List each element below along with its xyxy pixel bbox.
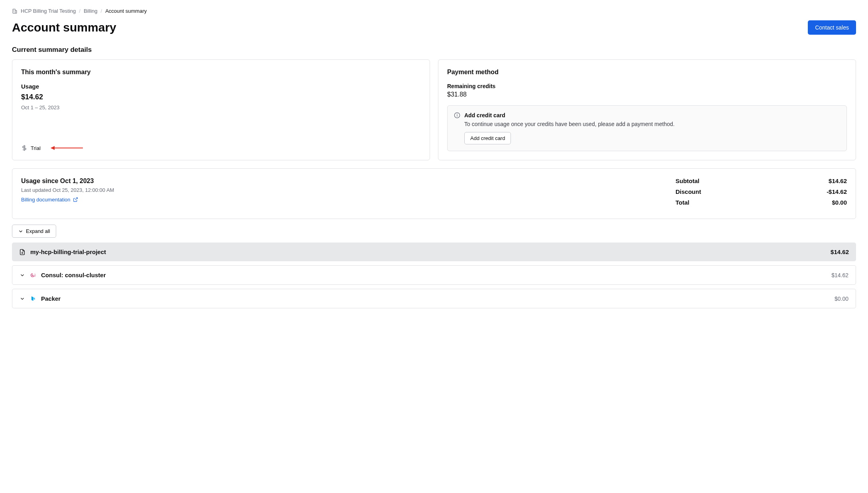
alert-title: Add credit card [464, 112, 505, 118]
payment-card-title: Payment method [447, 69, 847, 76]
service-amount: $14.62 [831, 272, 848, 278]
page-title: Account summary [12, 21, 116, 34]
consul-icon [30, 272, 36, 278]
service-row-packer[interactable]: Packer $0.00 [12, 289, 856, 308]
project-amount: $14.62 [831, 248, 849, 255]
trial-badge: Trial [31, 145, 41, 151]
doc-link-text: Billing documentation [21, 197, 71, 203]
usage-amount: $14.62 [21, 93, 421, 101]
add-credit-card-button[interactable]: Add credit card [464, 132, 511, 144]
breadcrumb-billing[interactable]: Billing [84, 8, 98, 14]
credits-amount: $31.88 [447, 91, 847, 98]
chevron-down-icon [18, 229, 24, 234]
chevron-down-icon [20, 296, 25, 302]
org-icon [12, 8, 18, 14]
service-name: Consul: consul-cluster [41, 272, 827, 278]
breadcrumb-sep: / [79, 8, 81, 14]
last-updated: Last updated Oct 25, 2023, 12:00:00 AM [21, 187, 676, 193]
chevron-down-icon [20, 272, 25, 278]
breadcrumb-current: Account summary [105, 8, 147, 14]
discount-value: -$14.62 [827, 188, 847, 195]
service-name: Packer [41, 295, 830, 302]
expand-all-button[interactable]: Expand all [12, 225, 56, 238]
total-value: $0.00 [832, 199, 847, 206]
subtotal-value: $14.62 [829, 177, 847, 184]
dollar-icon [21, 145, 27, 151]
billing-docs-link[interactable]: Billing documentation [21, 197, 78, 203]
total-label: Total [676, 199, 689, 206]
totals-block: Subtotal $14.62 Discount -$14.62 Total $… [676, 177, 847, 210]
project-name: my-hcp-billing-trial-project [30, 248, 826, 255]
project-header: my-hcp-billing-trial-project $14.62 [12, 243, 856, 261]
svg-point-9 [32, 274, 33, 276]
discount-label: Discount [676, 188, 701, 195]
arrow-annotation [51, 148, 83, 148]
subtotal-label: Subtotal [676, 177, 699, 184]
svg-point-11 [35, 275, 36, 276]
month-card-title: This month's summary [21, 69, 421, 76]
month-summary-card: This month's summary Usage $14.62 Oct 1 … [12, 59, 430, 160]
svg-point-10 [35, 274, 35, 274]
breadcrumb-org[interactable]: HCP Billing Trial Testing [21, 8, 76, 14]
service-amount: $0.00 [835, 296, 848, 302]
service-row-consul[interactable]: Consul: consul-cluster $14.62 [12, 265, 856, 285]
contact-sales-button[interactable]: Contact sales [808, 20, 856, 35]
usage-range: Oct 1 – 25, 2023 [21, 105, 421, 110]
alert-body: To continue usage once your credits have… [464, 121, 840, 127]
svg-rect-0 [13, 9, 15, 13]
external-link-icon [73, 197, 78, 202]
page-header: Account summary Contact sales [12, 20, 856, 35]
svg-point-12 [35, 276, 35, 276]
expand-all-label: Expand all [26, 228, 50, 234]
usage-label: Usage [21, 83, 421, 90]
breadcrumb: HCP Billing Trial Testing / Billing / Ac… [12, 8, 856, 14]
usage-since-title: Usage since Oct 1, 2023 [21, 177, 676, 185]
svg-line-5 [75, 198, 77, 200]
add-card-alert: Add credit card To continue usage once y… [447, 105, 847, 151]
info-icon [454, 112, 460, 118]
credits-label: Remaining credits [447, 83, 847, 89]
breadcrumb-sep: / [101, 8, 102, 14]
usage-since-card: Usage since Oct 1, 2023 Last updated Oct… [12, 168, 856, 219]
payment-method-card: Payment method Remaining credits $31.88 … [438, 59, 856, 160]
packer-icon [30, 296, 36, 302]
svg-point-4 [457, 114, 458, 114]
file-icon [19, 249, 26, 255]
section-title: Current summary details [12, 46, 856, 54]
